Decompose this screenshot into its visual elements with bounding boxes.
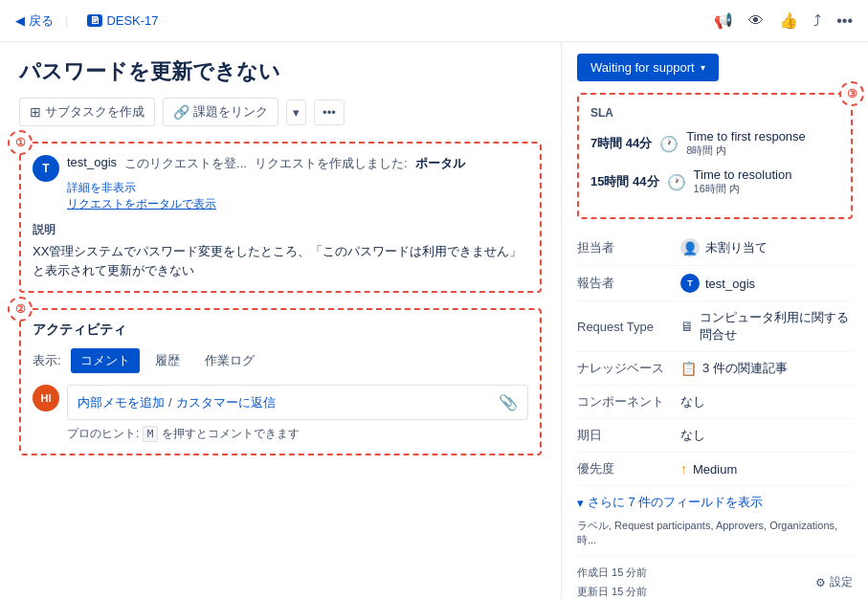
back-button[interactable]: ◀ 戻る (15, 12, 54, 30)
toolbar-more-button[interactable]: ••• (314, 100, 345, 125)
field-label-component: コンポーネント (577, 393, 673, 410)
comment-separator: / (168, 395, 172, 410)
show-more-button[interactable]: ▾ さらに 7 件のフィールドを表示 (577, 486, 853, 519)
comment-input-area[interactable]: 内部メモを追加 / カスタマーに返信 📎 (67, 385, 528, 420)
request-created-text: このリクエストを登... (124, 155, 247, 172)
subtask-icon: ⊞ (30, 104, 41, 120)
knowledge-icon: 📋 (680, 361, 697, 376)
field-value-component: なし (680, 393, 853, 410)
request-label: リクエストを作成しました: (255, 155, 408, 172)
field-text-knowledge: 3 件の関連記事 (702, 360, 788, 377)
footer-meta: 作成日 15 分前 更新日 15 分前 ⚙ 設定 (577, 555, 853, 599)
field-text-request-type: コンピュータ利用に関する問合せ (700, 309, 853, 344)
back-icon: ◀ (15, 13, 25, 28)
computer-icon: 🖥 (680, 319, 694, 334)
header-actions: 📢 👁 👍 ⤴ ••• (714, 11, 853, 30)
sla-sublabel-1: 8時間 内 (686, 144, 839, 158)
sla-section: ③ SLA 7時間 44分 🕐 Time to first response 8… (577, 93, 853, 219)
section-badge-2: ② (8, 297, 33, 322)
field-text-reporter: test_ogis (705, 277, 755, 291)
field-value-request-type: 🖥 コンピュータ利用に関する問合せ (680, 309, 853, 344)
portal-link[interactable]: リクエストをポータルで表示 (67, 197, 216, 211)
field-request-type: Request Type 🖥 コンピュータ利用に関する問合せ (577, 301, 853, 352)
ticket-id[interactable]: 🖹 DESK-17 (87, 13, 158, 28)
field-due: 期日 なし (577, 419, 853, 453)
field-value-due: なし (680, 427, 853, 444)
request-user: test_ogis (67, 155, 117, 169)
chevron-down-icon: ▾ (577, 496, 584, 510)
header: ◀ 戻る | 🖹 DESK-17 📢 👁 👍 ⤴ ••• (0, 0, 868, 42)
gear-icon: ⚙ (815, 576, 826, 589)
field-label-priority: 優先度 (577, 460, 673, 477)
sla-sublabel-2: 16時間 内 (694, 182, 839, 196)
sla-title: SLA (590, 106, 839, 120)
field-reporter: 報告者 T test_ogis (577, 266, 853, 301)
subtask-label: サブタスクを作成 (45, 103, 145, 121)
sla-clock-icon-2: 🕐 (667, 173, 686, 191)
field-priority: 優先度 ↑ Medium (577, 453, 853, 486)
status-button[interactable]: Waiting for support ▾ (577, 54, 719, 81)
customer-reply-link[interactable]: カスタマーに返信 (176, 394, 276, 411)
comment-actions: 内部メモを追加 / カスタマーに返信 📎 (78, 393, 518, 411)
request-detail-link[interactable]: 詳細を非表示 (67, 180, 136, 196)
avatar: T (33, 155, 59, 182)
more-icon[interactable]: ••• (836, 12, 853, 30)
field-label-assignee: 担当者 (577, 239, 673, 256)
link-icon: 🔗 (173, 104, 189, 120)
settings-label: 設定 (830, 574, 853, 590)
link-label: 課題をリンク (193, 103, 268, 121)
request-meta: test_ogis このリクエストを登... リクエストを作成しました: ポータ… (67, 155, 528, 212)
comment-avatar: HI (33, 385, 59, 411)
show-more-sublabel: ラベル, Request participants, Approvers, Or… (577, 519, 853, 555)
main-layout: パスワードを更新できない ⊞ サブタスクを作成 🔗 課題をリンク ▾ ••• ①… (0, 42, 868, 599)
tab-comment[interactable]: コメント (71, 348, 140, 373)
toolbar: ⊞ サブタスクを作成 🔗 課題をリンク ▾ ••• (19, 98, 542, 126)
sla-label-2: Time to resolution (694, 167, 839, 182)
comment-hint: プロのヒント: M を押すとコメントできます (67, 426, 528, 442)
ticket-icon: 🖹 (87, 14, 102, 27)
section-badge-3: ③ (839, 81, 864, 106)
field-label-due: 期日 (577, 427, 673, 444)
field-knowledge: ナレッジベース 📋 3 件の関連記事 (577, 352, 853, 386)
field-value-reporter: T test_ogis (680, 274, 853, 293)
left-panel: パスワードを更新できない ⊞ サブタスクを作成 🔗 課題をリンク ▾ ••• ①… (0, 42, 562, 599)
field-text-priority: Medium (693, 462, 737, 477)
updated-date: 更新日 15 分前 (577, 583, 647, 599)
request-type: ポータル (415, 155, 465, 172)
page-title: パスワードを更新できない (19, 57, 542, 86)
thumbsup-icon[interactable]: 👍 (779, 11, 798, 30)
priority-up-icon: ↑ (680, 461, 687, 477)
field-label-reporter: 報告者 (577, 275, 673, 292)
field-label-request-type: Request Type (577, 320, 673, 334)
toolbar-chevron-button[interactable]: ▾ (286, 100, 306, 125)
sla-row-1: 7時間 44分 🕐 Time to first response 8時間 内 (590, 129, 839, 158)
sla-time-2: 15時間 44分 (590, 173, 659, 190)
request-meta-top: test_ogis このリクエストを登... リクエストを作成しました: ポータ… (67, 155, 528, 196)
request-section: ① T test_ogis このリクエストを登... リクエストを作成しました:… (19, 142, 542, 293)
show-more-label: さらに 7 件のフィールドを表示 (588, 494, 763, 511)
megaphone-icon[interactable]: 📢 (714, 11, 733, 30)
hint-prefix: プロのヒント: (67, 427, 143, 440)
eye-icon[interactable]: 👁 (748, 12, 764, 30)
sla-row-2: 15時間 44分 🕐 Time to resolution 16時間 内 (590, 167, 839, 196)
description-label: 説明 (33, 222, 528, 238)
sla-clock-icon-1: 🕐 (659, 135, 679, 153)
attach-icon[interactable]: 📎 (499, 393, 518, 411)
share-icon[interactable]: ⤴ (813, 12, 821, 30)
field-value-priority: ↑ Medium (680, 461, 853, 477)
activity-tabs: 表示: コメント 履歴 作業ログ (33, 348, 528, 373)
tab-history[interactable]: 履歴 (145, 348, 189, 373)
unassigned-icon: 👤 (680, 238, 700, 257)
section-badge-1: ① (8, 130, 33, 155)
request-header: T test_ogis このリクエストを登... リクエストを作成しました: ポ… (33, 155, 528, 212)
tab-worklog[interactable]: 作業ログ (195, 348, 264, 373)
description-text: XX管理システムでパスワード変更をしたところ、「このパスワードは利用できません」… (33, 242, 528, 279)
internal-note-link[interactable]: 内部メモを追加 (78, 394, 165, 411)
comment-area: HI 内部メモを追加 / カスタマーに返信 📎 (33, 385, 528, 420)
settings-button[interactable]: ⚙ 設定 (815, 574, 853, 590)
reporter-avatar: T (680, 274, 700, 293)
status-chevron-icon: ▾ (701, 62, 705, 73)
subtask-button[interactable]: ⊞ サブタスクを作成 (19, 98, 155, 126)
right-panel: Waiting for support ▾ ③ SLA 7時間 44分 🕐 Ti… (562, 42, 868, 599)
link-issue-button[interactable]: 🔗 課題をリンク (163, 98, 278, 126)
